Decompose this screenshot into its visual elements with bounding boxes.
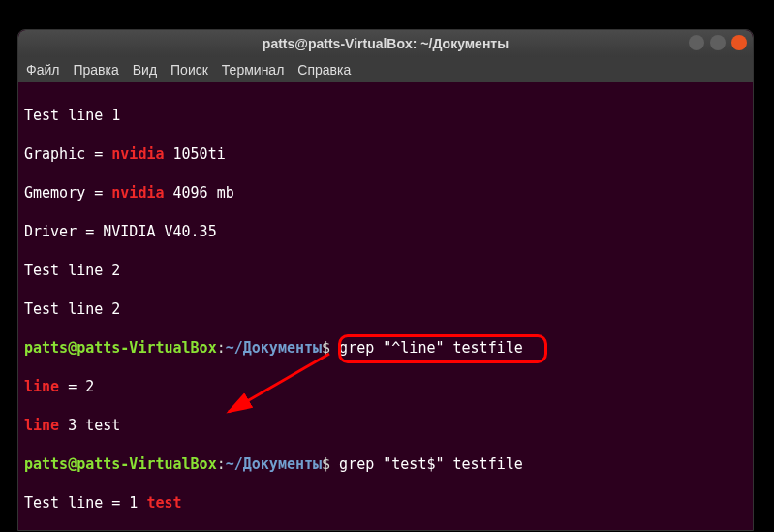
output-line: Gmemory = nvidia 4096 mb bbox=[24, 183, 747, 203]
titlebar: patts@patts-VirtualBox: ~/Документы bbox=[18, 30, 753, 57]
minimize-button[interactable] bbox=[689, 35, 704, 50]
window-title: patts@patts-VirtualBox: ~/Документы bbox=[263, 36, 509, 51]
terminal-window: patts@patts-VirtualBox: ~/Документы Файл… bbox=[17, 29, 754, 531]
menu-edit[interactable]: Правка bbox=[73, 62, 118, 78]
output-line: Graphic = nvidia 1050ti bbox=[24, 144, 747, 164]
output-line: Test line 2 bbox=[24, 261, 747, 280]
output-line: line = 2 bbox=[24, 377, 747, 396]
output-line: Test line 1 bbox=[24, 106, 747, 125]
prompt-line: patts@patts-VirtualBox:~/Документы$ grep… bbox=[24, 454, 747, 474]
output-line: Test line = 1 test bbox=[24, 493, 747, 513]
output-line: Driver = NVIDIA V40.35 bbox=[24, 222, 747, 241]
prompt-line: patts@patts-VirtualBox:~/Документы$ grep… bbox=[24, 338, 747, 358]
output-line: line 3 test bbox=[24, 416, 747, 435]
menu-search[interactable]: Поиск bbox=[170, 62, 208, 78]
menu-terminal[interactable]: Терминал bbox=[222, 62, 284, 78]
menu-help[interactable]: Справка bbox=[297, 62, 351, 78]
maximize-button[interactable] bbox=[710, 35, 726, 50]
output-line: Test line 2 bbox=[24, 299, 747, 319]
terminal-content[interactable]: Test line 1 Graphic = nvidia 1050ti Gmem… bbox=[18, 82, 753, 531]
menubar: Файл Правка Вид Поиск Терминал Справка bbox=[18, 57, 753, 82]
menu-view[interactable]: Вид bbox=[133, 62, 157, 78]
menu-file[interactable]: Файл bbox=[26, 62, 59, 78]
window-buttons bbox=[689, 35, 747, 50]
close-button[interactable] bbox=[731, 35, 747, 50]
